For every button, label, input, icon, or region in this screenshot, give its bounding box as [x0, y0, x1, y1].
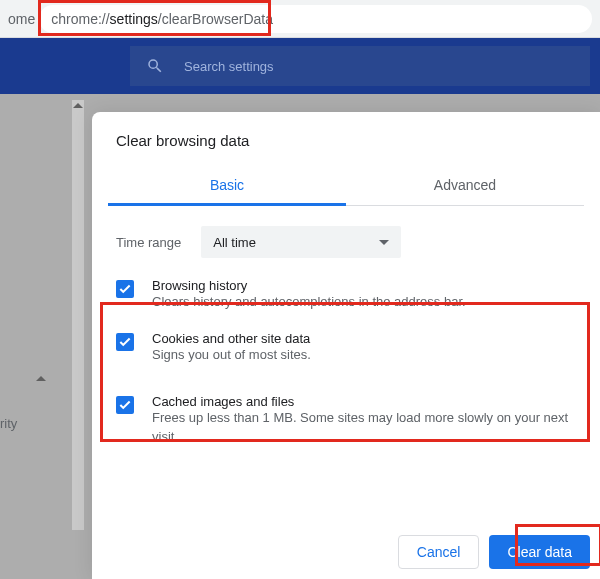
- url-bold: settings: [110, 11, 158, 27]
- search-icon: [146, 57, 164, 75]
- option-sub: Clears history and autocompletions in th…: [152, 293, 466, 311]
- option-text: Cached images and files Frees up less th…: [152, 394, 576, 445]
- omnibox[interactable]: chrome://settings/clearBrowserData: [39, 5, 592, 33]
- chevron-up-icon[interactable]: [36, 376, 46, 381]
- chevron-up-icon: [73, 103, 83, 108]
- option-text: Browsing history Clears history and auto…: [152, 278, 466, 311]
- checkbox-cookies[interactable]: [116, 333, 134, 351]
- scrollbar[interactable]: [72, 100, 84, 530]
- tab-advanced[interactable]: Advanced: [346, 165, 584, 205]
- time-range-value: All time: [213, 235, 256, 250]
- clear-browsing-data-dialog: Clear browsing data Basic Advanced Time …: [92, 112, 600, 579]
- dialog-title: Clear browsing data: [92, 112, 600, 157]
- clear-data-button[interactable]: Clear data: [489, 535, 590, 569]
- option-text: Cookies and other site data Signs you ou…: [152, 331, 311, 364]
- option-browsing-history: Browsing history Clears history and auto…: [92, 268, 600, 321]
- time-range-label: Time range: [116, 235, 181, 250]
- option-title: Cookies and other site data: [152, 331, 311, 346]
- cancel-button[interactable]: Cancel: [398, 535, 480, 569]
- checkbox-browsing-history[interactable]: [116, 280, 134, 298]
- option-sub: Signs you out of most sites.: [152, 346, 311, 364]
- sidebar-item-partial: rity: [0, 416, 17, 431]
- option-cache: Cached images and files Frees up less th…: [92, 374, 600, 455]
- option-cookies: Cookies and other site data Signs you ou…: [92, 321, 600, 374]
- option-title: Cached images and files: [152, 394, 576, 409]
- checkbox-cache[interactable]: [116, 396, 134, 414]
- dialog-tabs: Basic Advanced: [108, 165, 584, 206]
- browser-address-bar: ome chrome://settings/clearBrowserData: [0, 0, 600, 38]
- chevron-down-icon: [379, 240, 389, 245]
- dialog-buttons: Cancel Clear data: [398, 535, 590, 569]
- tab-basic[interactable]: Basic: [108, 165, 346, 206]
- option-title: Browsing history: [152, 278, 466, 293]
- time-range-row: Time range All time: [92, 206, 600, 268]
- option-sub: Frees up less than 1 MB. Some sites may …: [152, 409, 576, 445]
- time-range-select[interactable]: All time: [201, 226, 401, 258]
- url-suffix: /clearBrowserData: [158, 11, 273, 27]
- search-placeholder: Search settings: [184, 59, 274, 74]
- url-prefix: chrome://: [51, 11, 109, 27]
- settings-header: Search settings: [0, 38, 600, 94]
- search-settings-input[interactable]: Search settings: [130, 46, 590, 86]
- tab-label-partial: ome: [8, 11, 39, 27]
